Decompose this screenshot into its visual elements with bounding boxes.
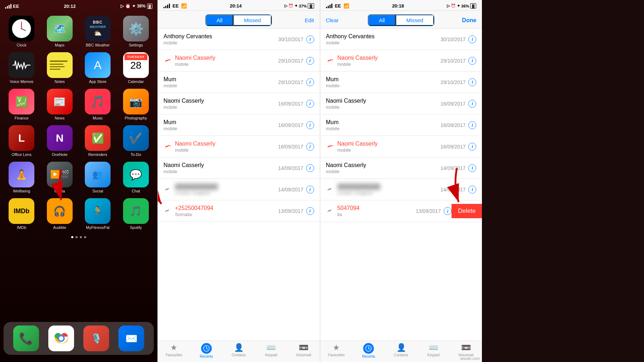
tab-keypad-middle[interactable]: ⌨️ Keypad xyxy=(255,343,288,358)
voicememos-icon-img xyxy=(9,52,34,78)
app-clock[interactable]: Clock xyxy=(5,16,38,47)
info-btn-6-right[interactable]: i xyxy=(468,143,476,151)
call-info-9-middle: +25250047094 Somalia xyxy=(175,205,278,217)
info-btn-5-right[interactable]: i xyxy=(468,121,476,129)
info-btn-4-middle[interactable]: i xyxy=(306,100,314,108)
status-right-left: ▷ ⏰ ✦ 38% ▓ xyxy=(121,4,152,9)
tab-contacts-middle[interactable]: 👤 Contacts xyxy=(223,343,255,358)
app-spotify[interactable]: 🎵 Spotify xyxy=(119,198,153,230)
bbcweather-icon-img: BBC WEATHER ⛅ xyxy=(85,16,111,41)
svg-point-9 xyxy=(59,336,63,341)
officelens-label: Office Lens xyxy=(12,152,31,157)
done-button-right[interactable]: Done xyxy=(462,17,476,24)
info-btn-9-middle[interactable]: i xyxy=(306,207,314,215)
call-row-7-middle: Naomi Casserly mobile 14/09/2017 i xyxy=(158,157,320,179)
call-date-4-middle: 16/09/2017 xyxy=(278,101,303,107)
info-btn-8-right[interactable]: i xyxy=(468,186,476,194)
tab-missed-right[interactable]: Missed xyxy=(396,15,434,26)
app-reminders[interactable]: ✅ Reminders xyxy=(81,125,114,157)
missed-icon-6-right xyxy=(326,144,334,150)
svg-marker-10 xyxy=(169,59,170,61)
tab-missed-middle[interactable]: Missed xyxy=(233,15,272,26)
app-voicememos[interactable]: Voice Memos xyxy=(5,52,38,84)
info-btn-4-right[interactable]: i xyxy=(468,100,476,108)
info-btn-8-middle[interactable]: i xyxy=(306,186,314,194)
tab-contacts-right[interactable]: 👤 Contacts xyxy=(385,343,418,358)
app-social[interactable]: 👥 Social xyxy=(81,162,114,193)
dock-castaway[interactable]: 🎙️ xyxy=(83,326,109,351)
info-btn-2-right[interactable]: i xyxy=(468,57,476,65)
notes-icon-img xyxy=(47,52,73,78)
myfitnesspal-label: MyFitnessPal xyxy=(86,225,109,230)
app-imdb[interactable]: IMDb IMDb xyxy=(5,198,38,230)
dock-phone[interactable]: 📞 xyxy=(13,326,39,351)
call-list-right: Anthony Cervantes mobile 30/10/2017 i Na… xyxy=(320,29,482,341)
ios-status-right-right: ▷ ⏰ ✦ 36% ▓ xyxy=(447,3,476,9)
media-icon-img: ▶️🎬 xyxy=(47,162,73,187)
info-btn-3-middle[interactable]: i xyxy=(306,78,314,86)
wifi-icon-middle: 📶 xyxy=(181,3,187,9)
info-btn-3-right[interactable]: i xyxy=(468,78,476,86)
app-notes[interactable]: Notes xyxy=(43,52,77,84)
app-chat[interactable]: 💬 Chat xyxy=(119,162,153,193)
call-sub-3-middle: mobile xyxy=(164,83,278,88)
info-btn-7-middle[interactable]: i xyxy=(306,164,314,172)
app-audible[interactable]: 🎧 Audible xyxy=(43,198,77,230)
call-right-6-right: 16/09/2017 i xyxy=(440,143,476,151)
app-wellbeing[interactable]: 🧘 Wellbeing xyxy=(5,162,38,193)
app-myfitnesspal[interactable]: 🏃 MyFitnessPal xyxy=(81,198,114,230)
tab-voicemail-middle[interactable]: 📼 Voicemail xyxy=(287,343,320,358)
app-bbcweather[interactable]: BBC WEATHER ⛅ BBC Weather xyxy=(81,16,114,47)
info-btn-1-right[interactable]: i xyxy=(468,35,476,43)
info-btn-7-right[interactable]: i xyxy=(468,164,476,172)
app-maps[interactable]: 🗺️ Maps xyxy=(43,16,77,47)
bluetooth-icon-middle: ✦ xyxy=(294,4,298,8)
app-calendar[interactable]: TUESDAY 28 Calendar xyxy=(119,52,153,84)
call-info-5-middle: Mum mobile xyxy=(164,119,278,131)
info-btn-2-middle[interactable]: i xyxy=(306,57,314,65)
call-row-5-middle: Mum mobile 16/09/2017 i xyxy=(158,114,320,136)
app-finance[interactable]: 💹 Finance xyxy=(5,89,38,120)
tab-all-right[interactable]: All xyxy=(368,15,396,26)
ios-status-left-middle: EE 📶 xyxy=(164,3,187,9)
call-icon-9-middle xyxy=(164,208,171,214)
call-name-1-middle: Anthony Cervantes xyxy=(164,33,278,40)
tab-favourites-middle[interactable]: ★ Favourites xyxy=(158,343,190,358)
left-phone: EE 20:12 ▷ ⏰ ✦ 38% ▓ Clock xyxy=(0,0,157,362)
info-btn-6-middle[interactable]: i xyxy=(306,143,314,151)
call-date-8-middle: 14/09/2017 xyxy=(278,187,303,192)
app-settings[interactable]: ⚙️ Settings xyxy=(119,16,153,47)
dock-chrome[interactable] xyxy=(48,326,74,351)
contacts-icon-middle: 👤 xyxy=(234,343,244,352)
recents-icon-middle xyxy=(201,343,212,354)
recents-icon-right xyxy=(363,343,374,354)
tab-recents-right[interactable]: Recents xyxy=(352,343,385,358)
bbcweather-label: BBC Weather xyxy=(86,43,110,47)
call-date-7-right: 14/09/2017 xyxy=(440,165,465,171)
info-btn-9-right[interactable]: i xyxy=(444,207,452,215)
finance-label: Finance xyxy=(15,116,29,120)
app-todo[interactable]: ✔️ To-Do xyxy=(119,125,153,157)
tab-keypad-right[interactable]: ⌨️ Keypad xyxy=(417,343,450,358)
tab-all-middle[interactable]: All xyxy=(206,15,233,26)
call-row-2-middle: Naomi Casserly mobile 29/10/2017 i xyxy=(158,50,320,72)
app-onenote[interactable]: N OneNote xyxy=(43,125,77,157)
app-officelens[interactable]: L Office Lens xyxy=(5,125,38,157)
info-btn-1-middle[interactable]: i xyxy=(306,35,314,43)
dock-mail[interactable]: ✉️ xyxy=(118,326,144,351)
tab-recents-middle[interactable]: Recents xyxy=(190,343,223,358)
keypad-label-middle: Keypad xyxy=(265,353,277,357)
app-media[interactable]: ▶️🎬 Media xyxy=(43,162,77,193)
calendar-icon-img: TUESDAY 28 xyxy=(123,52,149,78)
delete-button-right[interactable]: Delete xyxy=(452,204,482,218)
app-music[interactable]: 🎵 Music xyxy=(81,89,114,120)
edit-button-middle[interactable]: Edit xyxy=(305,17,314,23)
app-photography[interactable]: 📷 Photography xyxy=(119,89,153,120)
info-btn-5-middle[interactable]: i xyxy=(306,121,314,129)
call-sub-7-right: mobile xyxy=(326,169,441,174)
app-news[interactable]: 📰 News xyxy=(43,89,77,120)
tab-favourites-right[interactable]: ★ Favourites xyxy=(320,343,353,358)
call-date-4-right: 16/09/2017 xyxy=(440,101,465,107)
app-appstore[interactable]: A App Store xyxy=(81,52,114,84)
clear-button-right[interactable]: Clear xyxy=(326,17,339,23)
